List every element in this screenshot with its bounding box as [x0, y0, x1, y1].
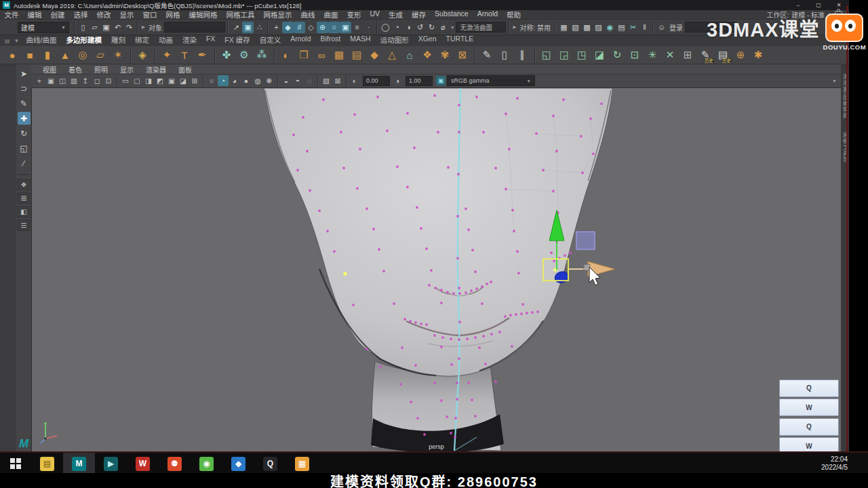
- vertex-dot[interactable]: [490, 281, 492, 283]
- vertex-dot[interactable]: [511, 345, 513, 348]
- menu-item[interactable]: 生成: [384, 9, 408, 20]
- vertex-dot[interactable]: [505, 113, 507, 115]
- shelf-icon[interactable]: ❒: [296, 47, 312, 62]
- chevron-down-icon[interactable]: ▼: [12, 38, 22, 44]
- shelf-icon[interactable]: ✦: [159, 47, 175, 62]
- select-mode-icon[interactable]: ➚: [231, 22, 242, 33]
- shelf-icon[interactable]: ◈: [134, 47, 151, 62]
- menu-item[interactable]: 显示: [115, 9, 138, 20]
- menu-item[interactable]: 网格工具: [222, 9, 259, 20]
- vertex-dot[interactable]: [553, 260, 555, 262]
- snap-icon[interactable]: ◇: [305, 22, 317, 33]
- vertex-dot[interactable]: [494, 167, 497, 169]
- file-icon[interactable]: ▯: [77, 22, 89, 33]
- menu-item[interactable]: 帮助: [502, 9, 526, 20]
- exposure-icon[interactable]: ◐: [349, 75, 360, 86]
- vertex-dot[interactable]: [410, 401, 412, 403]
- vertex-dot[interactable]: [536, 310, 539, 313]
- shelf-icon[interactable]: ■: [22, 47, 38, 62]
- shelf-tab[interactable]: 自定义: [255, 35, 286, 46]
- exposure-field[interactable]: 0.00: [363, 76, 390, 86]
- vertex-dot[interactable]: [555, 150, 558, 152]
- shelf-tab[interactable]: FX 缓存: [220, 35, 254, 46]
- vertex-dot[interactable]: [457, 173, 460, 176]
- vertex-dot[interactable]: [446, 291, 449, 293]
- menu-item[interactable]: 缓存: [408, 9, 431, 20]
- panel-menu-item[interactable]: 照明: [88, 64, 114, 75]
- vertex-dot[interactable]: [386, 129, 389, 132]
- construction-icon[interactable]: ◔: [391, 22, 403, 33]
- taskbar-app-explorer[interactable]: ▤: [31, 453, 63, 474]
- vertex-dot[interactable]: [600, 102, 603, 105]
- vertex-dot[interactable]: [490, 333, 493, 336]
- layout-four[interactable]: ⊞: [17, 192, 31, 204]
- vertex-dot[interactable]: [458, 338, 460, 341]
- vertex-dot[interactable]: [353, 113, 356, 116]
- vertex-dot[interactable]: [306, 150, 309, 152]
- menu-item[interactable]: Substance: [431, 9, 473, 20]
- vertex-dot[interactable]: [481, 285, 484, 288]
- vertex-dot[interactable]: [420, 323, 422, 325]
- vertex-dot[interactable]: [433, 382, 436, 384]
- shelf-icon[interactable]: ▲: [57, 47, 73, 62]
- shelf-tab[interactable]: 曲线/曲面: [21, 35, 61, 46]
- vertex-dot[interactable]: [376, 96, 379, 98]
- construction-icon[interactable]: ◑: [403, 22, 414, 33]
- vertex-dot[interactable]: [474, 415, 477, 418]
- menu-item[interactable]: 曲面: [319, 9, 342, 20]
- panel-toolbar-icon[interactable]: ▭: [120, 75, 131, 86]
- vertex-dot[interactable]: [458, 292, 461, 295]
- panel-toolbar-icon[interactable]: ○: [206, 75, 217, 86]
- layout-split[interactable]: ◧: [17, 206, 31, 218]
- vertex-dot[interactable]: [526, 312, 528, 314]
- vertex-dot[interactable]: [454, 417, 457, 420]
- file-icon[interactable]: ↶: [112, 22, 123, 33]
- taskbar-app-meeting-app[interactable]: ⚉: [159, 453, 191, 474]
- vertex-dot[interactable]: [564, 254, 566, 257]
- vertex-dot[interactable]: [423, 433, 426, 436]
- panel-toolbar-icon[interactable]: ⊞: [189, 75, 200, 86]
- vertex-dot[interactable]: [475, 96, 478, 98]
- shelf-icon[interactable]: ∞: [313, 47, 330, 62]
- color-management-icon[interactable]: ▣: [436, 76, 446, 85]
- select-mode-icon[interactable]: ▣: [242, 22, 254, 33]
- vertex-dot[interactable]: [452, 292, 455, 295]
- vertex-dot[interactable]: [552, 115, 555, 117]
- shelf-icon[interactable]: ▯: [496, 47, 513, 62]
- menu-item[interactable]: 窗口: [138, 9, 161, 20]
- taskbar-app-video-app[interactable]: ◆: [222, 453, 254, 474]
- shelf-icon[interactable]: ⌂: [401, 47, 418, 62]
- shelf-icon[interactable]: ❖: [419, 47, 435, 62]
- vertex-dot[interactable]: [440, 399, 443, 402]
- panel-menu-item[interactable]: 着色: [62, 64, 88, 75]
- vertex-dot[interactable]: [399, 383, 402, 386]
- shelf-icon[interactable]: ⁂: [254, 47, 270, 62]
- vertex-dot[interactable]: [416, 206, 418, 209]
- construction-icon[interactable]: ↻: [426, 22, 437, 33]
- taskbar-app-wps[interactable]: W: [127, 453, 159, 474]
- vertex-dot[interactable]: [428, 284, 431, 287]
- vertex-dot[interactable]: [515, 313, 517, 316]
- shelf-icon[interactable]: ▮: [39, 47, 56, 62]
- panel-toolbar-icon[interactable]: ◫: [57, 75, 68, 86]
- shelf-icon[interactable]: ∥: [514, 47, 530, 62]
- vertex-dot[interactable]: [550, 251, 553, 254]
- vertex-dot[interactable]: [458, 321, 461, 323]
- snap-icon[interactable]: +: [271, 22, 282, 33]
- vertex-dot[interactable]: [450, 432, 452, 434]
- shelf-icon[interactable]: ◆: [366, 47, 382, 62]
- vertex-dot[interactable]: [437, 131, 439, 134]
- vertex-dot[interactable]: [450, 338, 452, 340]
- selection-name-field[interactable]: [164, 22, 225, 33]
- vertex-dot[interactable]: [366, 207, 368, 210]
- shelf-menu-icon[interactable]: ▤: [3, 38, 12, 44]
- vertex-dot[interactable]: [378, 248, 380, 251]
- taskbar-app-office-app[interactable]: ▦: [286, 453, 318, 474]
- vertex-dot[interactable]: [414, 364, 417, 367]
- vertex-dot[interactable]: [342, 167, 345, 169]
- vertex-dot[interactable]: [486, 283, 488, 285]
- scale-tool[interactable]: ◱: [18, 142, 31, 155]
- move-tool[interactable]: ✚: [18, 112, 31, 125]
- render-icon[interactable]: ◉: [604, 22, 616, 33]
- snap-icon[interactable]: ◆: [282, 22, 294, 33]
